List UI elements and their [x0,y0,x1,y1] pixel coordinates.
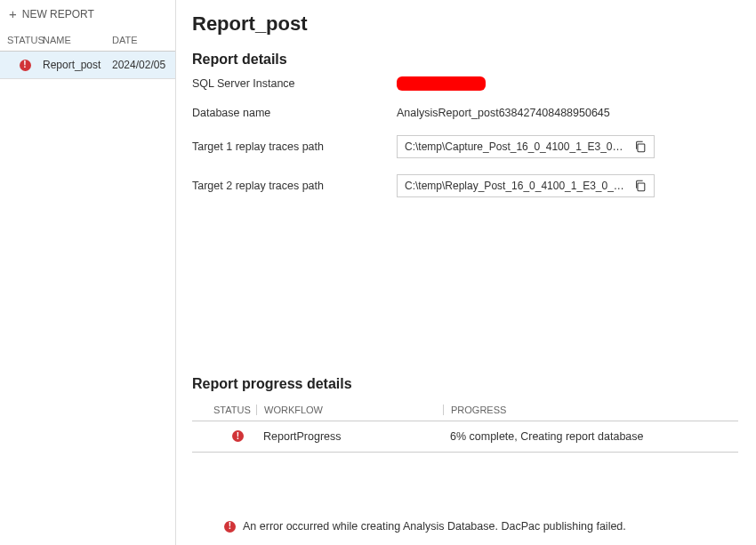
target2-path-text: C:\temp\Replay_Post_16_0_4100_1_E3_0_133… [405,180,627,192]
target2-label: Target 2 replay traces path [192,180,397,192]
col-header-date: DATE [112,35,168,45]
main-content: Report_post Report details SQL Server In… [176,0,756,545]
error-icon [20,60,31,71]
svg-rect-1 [638,183,645,191]
new-report-button[interactable]: + NEW REPORT [0,0,175,29]
copy-icon[interactable] [634,140,647,153]
p-row-progress-cell: 6% complete, Creating report database [443,430,738,443]
p-col-header-status: STATUS [192,405,256,415]
target1-path-box: C:\temp\Capture_Post_16_0_4100_1_E3_0_13… [397,135,655,158]
p-col-header-progress: PROGRESS [443,405,738,415]
row-status-cell [7,60,43,71]
progress-section: Report progress details STATUS WORKFLOW … [192,376,738,453]
error-icon [232,430,244,442]
sidebar: + NEW REPORT STATUS NAME DATE Report_pos… [0,0,176,545]
svg-rect-0 [638,144,645,152]
col-header-name: NAME [43,35,112,45]
report-list-header: STATUS NAME DATE [0,29,175,52]
target2-path-box: C:\temp\Replay_Post_16_0_4100_1_E3_0_133… [397,174,655,197]
p-row-status-cell [192,430,256,442]
col-header-status: STATUS [7,35,43,45]
row-date-cell: 2024/02/05 [112,59,168,71]
details-section-title: Report details [192,52,738,68]
redacted-block [397,76,486,91]
error-message-bar: An error occurred while creating Analysi… [192,515,738,534]
page-title: Report_post [192,12,738,36]
database-name-value: AnalysisReport_post638427408488950645 [397,107,738,119]
error-icon [224,521,236,533]
target1-path-text: C:\temp\Capture_Post_16_0_4100_1_E3_0_13… [405,140,627,153]
report-list-row[interactable]: Report_post 2024/02/05 [0,52,175,79]
copy-icon[interactable] [634,180,647,192]
sql-instance-value [397,76,738,91]
error-message-text: An error occurred while creating Analysi… [243,520,626,533]
new-report-label: NEW REPORT [22,8,94,20]
progress-table: STATUS WORKFLOW PROGRESS ReportProgress … [192,399,738,453]
p-row-workflow-cell: ReportProgress [256,430,443,443]
target1-label: Target 1 replay traces path [192,140,397,153]
database-name-label: Database name [192,107,397,119]
progress-section-title: Report progress details [192,376,738,392]
row-name-cell: Report_post [43,59,112,71]
details-grid: SQL Server Instance Database name Analys… [192,76,738,197]
progress-table-header: STATUS WORKFLOW PROGRESS [192,399,738,421]
plus-icon: + [9,7,17,20]
progress-table-row: ReportProgress 6% complete, Creating rep… [192,421,738,453]
sql-instance-label: SQL Server Instance [192,77,397,90]
p-col-header-workflow: WORKFLOW [256,405,443,415]
